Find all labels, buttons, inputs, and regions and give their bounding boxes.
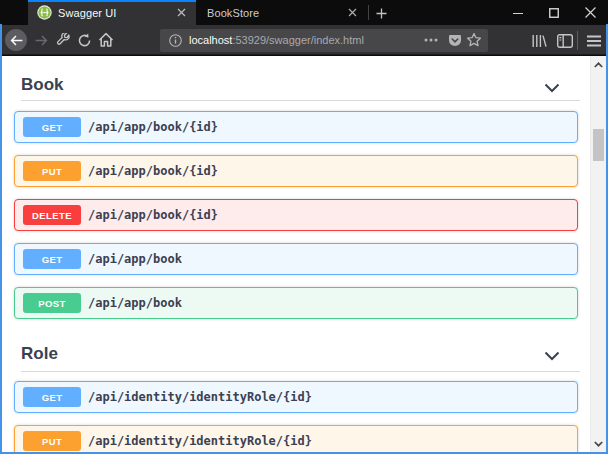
vertical-scrollbar[interactable]	[590, 56, 606, 452]
home-button[interactable]	[97, 31, 115, 49]
tab-title: Swagger UI	[58, 7, 116, 19]
operation-row[interactable]: GET/api/identity/identityRole/{id}	[14, 381, 578, 413]
page-actions-icon[interactable]	[423, 36, 439, 44]
url-path: :53929/swagger/index.html	[232, 34, 363, 46]
library-icon[interactable]	[530, 32, 547, 49]
operation-path: /api/identity/identityRole/{id}	[88, 426, 312, 452]
operation-row[interactable]: GET/api/app/book	[14, 243, 578, 275]
tab-title: BookStore	[207, 7, 259, 19]
browser-window: Swagger UI BookStore	[0, 0, 608, 454]
operation-path: /api/app/book	[88, 244, 182, 274]
info-icon[interactable]	[168, 33, 182, 47]
back-button[interactable]	[5, 29, 27, 51]
close-window-button[interactable]	[572, 0, 608, 25]
section-title: Role	[21, 345, 58, 363]
scrollbar-thumb[interactable]	[593, 129, 604, 161]
method-badge: GET	[23, 249, 81, 269]
operation-path: /api/identity/identityRole/{id}	[88, 382, 312, 412]
reload-button[interactable]	[76, 32, 93, 49]
operation-path: /api/app/book/{id}	[88, 156, 218, 186]
active-tab-indicator	[28, 0, 196, 2]
section-divider	[21, 100, 580, 101]
method-badge: GET	[23, 117, 81, 137]
operation-row[interactable]: POST/api/app/book	[14, 287, 578, 319]
scroll-up-icon[interactable]	[591, 57, 606, 72]
new-tab-button[interactable]	[371, 3, 391, 23]
tab-close-icon[interactable]	[173, 4, 189, 20]
operation-row[interactable]: PUT/api/identity/identityRole/{id}	[14, 425, 578, 452]
operation-path: /api/app/book	[88, 288, 182, 318]
operation-path: /api/app/book/{id}	[88, 112, 218, 142]
pocket-icon[interactable]	[447, 33, 462, 48]
menu-hamburger-icon[interactable]	[585, 33, 602, 48]
scroll-down-icon[interactable]	[591, 436, 606, 451]
method-badge: POST	[23, 293, 81, 313]
toolbar-separator	[577, 31, 578, 50]
section-collapse-chevron-icon[interactable]	[544, 347, 560, 365]
section-collapse-chevron-icon[interactable]	[544, 79, 560, 97]
swagger-favicon-icon	[37, 5, 52, 20]
page-content: BookGET/api/app/book/{id}PUT/api/app/boo…	[2, 56, 590, 452]
operation-row[interactable]: DELETE/api/app/book/{id}	[14, 199, 578, 231]
tab-separator	[368, 5, 369, 20]
method-badge: PUT	[23, 161, 81, 181]
method-badge: DELETE	[23, 205, 81, 225]
sidebar-icon[interactable]	[556, 33, 573, 48]
tab-bookstore[interactable]: BookStore	[196, 0, 366, 25]
method-badge: PUT	[23, 431, 81, 451]
method-badge: GET	[23, 387, 81, 407]
section-divider	[21, 371, 580, 372]
url-text[interactable]: localhost:53929/swagger/index.html	[189, 29, 364, 52]
titlebar: Swagger UI BookStore	[0, 0, 608, 25]
forward-button[interactable]	[33, 34, 49, 46]
window-border-left	[0, 24, 2, 454]
url-host: localhost	[189, 34, 232, 46]
url-bar[interactable]: localhost:53929/swagger/index.html	[160, 29, 488, 52]
tools-wrench-button[interactable]	[55, 32, 71, 48]
operation-row[interactable]: PUT/api/app/book/{id}	[14, 155, 578, 187]
section-title: Book	[21, 76, 64, 94]
window-controls	[500, 0, 608, 25]
tab-close-icon[interactable]	[344, 4, 360, 20]
tab-swagger-ui[interactable]: Swagger UI	[28, 0, 196, 25]
nav-toolbar: localhost:53929/swagger/index.html	[0, 25, 608, 55]
operation-row[interactable]: GET/api/app/book/{id}	[14, 111, 578, 143]
minimize-button[interactable]	[500, 0, 536, 25]
bookmark-star-icon[interactable]	[466, 32, 482, 48]
operation-path: /api/app/book/{id}	[88, 200, 218, 230]
maximize-button[interactable]	[536, 0, 572, 25]
